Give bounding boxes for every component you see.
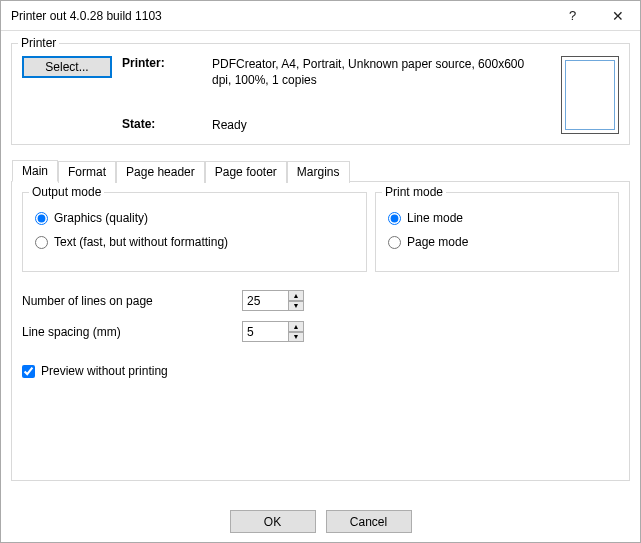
- tab-page-header[interactable]: Page header: [116, 161, 205, 183]
- radio-line-mode-label: Line mode: [407, 211, 463, 225]
- lines-down-button[interactable]: ▼: [288, 301, 304, 312]
- radio-page-mode[interactable]: Page mode: [388, 235, 608, 249]
- radio-text[interactable]: Text (fast, but without formatting): [35, 235, 356, 249]
- tab-strip: Main Format Page header Page footer Marg…: [12, 160, 350, 182]
- close-icon: ✕: [612, 8, 624, 24]
- tab-margins[interactable]: Margins: [287, 161, 350, 183]
- printer-group: Printer Select... Printer: PDFCreator, A…: [11, 43, 630, 145]
- tab-page-footer[interactable]: Page footer: [205, 161, 287, 183]
- printer-value: PDFCreator, A4, Portrait, Unknown paper …: [212, 56, 551, 88]
- title-bar: Printer out 4.0.28 build 1103 ? ✕: [1, 1, 640, 31]
- state-value: Ready: [212, 117, 551, 133]
- output-mode-label: Output mode: [29, 185, 104, 199]
- cancel-button[interactable]: Cancel: [326, 510, 412, 533]
- radio-graphics[interactable]: Graphics (quality): [35, 211, 356, 225]
- tabs-container: Main Format Page header Page footer Marg…: [11, 181, 630, 481]
- radio-line-mode-input[interactable]: [388, 212, 401, 225]
- spacing-input[interactable]: [242, 321, 288, 342]
- window-title: Printer out 4.0.28 build 1103: [11, 9, 550, 23]
- spacing-down-button[interactable]: ▼: [288, 332, 304, 343]
- tab-main[interactable]: Main: [12, 160, 58, 182]
- radio-graphics-label: Graphics (quality): [54, 211, 148, 225]
- lines-input[interactable]: [242, 290, 288, 311]
- help-button[interactable]: ?: [550, 1, 595, 31]
- select-printer-button[interactable]: Select...: [22, 56, 112, 78]
- print-mode-label: Print mode: [382, 185, 446, 199]
- printer-label: Printer:: [122, 56, 212, 70]
- printer-group-label: Printer: [18, 36, 59, 50]
- lines-label: Number of lines on page: [22, 294, 242, 308]
- preview-checkbox[interactable]: [22, 365, 35, 378]
- dialog-footer: OK Cancel: [0, 510, 641, 533]
- help-icon: ?: [569, 8, 576, 23]
- spacing-label: Line spacing (mm): [22, 325, 242, 339]
- state-label: State:: [122, 117, 212, 131]
- radio-text-input[interactable]: [35, 236, 48, 249]
- radio-text-label: Text (fast, but without formatting): [54, 235, 228, 249]
- preview-checkbox-label: Preview without printing: [41, 364, 168, 378]
- radio-line-mode[interactable]: Line mode: [388, 211, 608, 225]
- ok-button[interactable]: OK: [230, 510, 316, 533]
- tab-format[interactable]: Format: [58, 161, 116, 183]
- output-mode-group: Output mode Graphics (quality) Text (fas…: [22, 192, 367, 272]
- print-mode-group: Print mode Line mode Page mode: [375, 192, 619, 272]
- lines-up-button[interactable]: ▲: [288, 290, 304, 301]
- radio-graphics-input[interactable]: [35, 212, 48, 225]
- radio-page-mode-label: Page mode: [407, 235, 468, 249]
- lines-spinner[interactable]: ▲ ▼: [242, 290, 312, 311]
- preview-checkbox-row[interactable]: Preview without printing: [22, 364, 619, 378]
- spacing-spinner[interactable]: ▲ ▼: [242, 321, 312, 342]
- radio-page-mode-input[interactable]: [388, 236, 401, 249]
- page-preview-icon: [561, 56, 619, 134]
- close-button[interactable]: ✕: [595, 1, 640, 31]
- spacing-up-button[interactable]: ▲: [288, 321, 304, 332]
